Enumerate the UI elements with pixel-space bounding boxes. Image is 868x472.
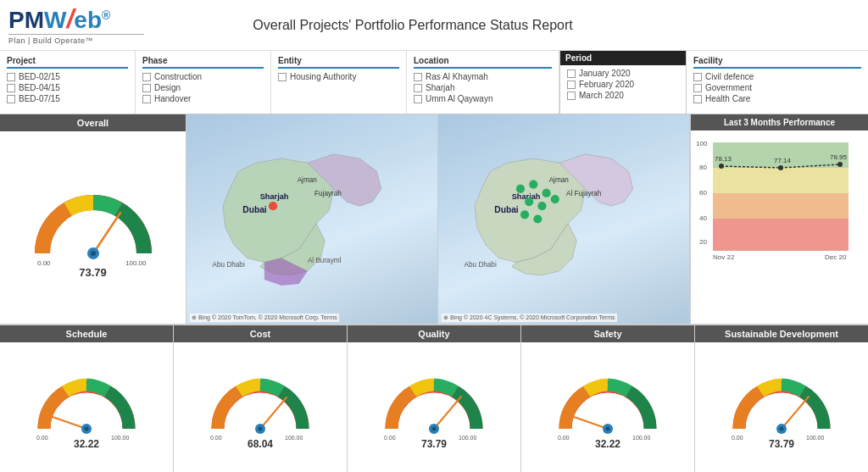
- cost-gauge: 0.00 100.00 68.04: [205, 342, 315, 472]
- facility-item-1[interactable]: Civil defence: [693, 72, 861, 81]
- entity-item-1[interactable]: Housing Authority: [278, 72, 399, 81]
- period-item-3[interactable]: March 2020: [567, 91, 679, 100]
- facility-filter-title: Facility: [693, 56, 861, 69]
- svg-text:100.00: 100.00: [111, 435, 130, 441]
- schedule-gauge: 0.00 100.00 32.22: [31, 342, 142, 472]
- overall-gauge-svg: 0.00 100.00: [25, 177, 161, 270]
- cost-value: 68.04: [248, 438, 273, 450]
- period-item-1[interactable]: January 2020: [567, 69, 679, 78]
- svg-point-57: [85, 426, 89, 430]
- cost-panel: Cost 0.00 100.00 68.04: [174, 325, 348, 472]
- phase-item-1[interactable]: Construction: [142, 72, 264, 81]
- svg-point-72: [578, 399, 637, 441]
- period-item-2[interactable]: February 2020: [567, 80, 679, 89]
- cost-gauge-svg: 0.00 100.00: [205, 365, 315, 441]
- location-item-3[interactable]: Umm Al Qaywayn: [414, 94, 552, 103]
- svg-point-65: [404, 399, 464, 441]
- svg-text:60: 60: [699, 189, 707, 197]
- facility-item-2[interactable]: Government: [693, 83, 861, 92]
- logo-text: PMW/eb®: [8, 5, 144, 32]
- svg-point-33: [533, 214, 542, 223]
- svg-point-45: [778, 165, 783, 170]
- svg-point-51: [57, 399, 116, 441]
- entity-filter: Entity Housing Authority: [271, 51, 407, 114]
- svg-text:100: 100: [696, 140, 708, 147]
- svg-text:Dec 20: Dec 20: [825, 253, 847, 261]
- sustainable-title: Sustainable Development: [695, 325, 868, 342]
- facility-filter: Facility Civil defence Government Health…: [687, 51, 868, 114]
- header: PMW/eb® Plan | Build Operate™ Overall Pr…: [0, 0, 868, 51]
- svg-text:0.00: 0.00: [384, 435, 396, 441]
- svg-point-29: [525, 197, 533, 206]
- map1-watermark: ⊕ Bing © 2020 TomTom, © 2020 Microsoft C…: [190, 314, 339, 322]
- svg-text:78.95: 78.95: [830, 153, 848, 161]
- sustainable-gauge-svg: 0.00 100.00: [726, 365, 837, 441]
- title-area: Overall Projects' Portfolio Performance …: [144, 18, 682, 33]
- svg-text:Abu Dhabi: Abu Dhabi: [213, 261, 245, 269]
- project-filter: Project BED-02/15 BED-04/15 BED-07/15: [0, 51, 136, 114]
- phase-item-3[interactable]: Handover: [142, 94, 264, 103]
- svg-text:40: 40: [699, 214, 707, 222]
- quality-value: 73.79: [421, 438, 447, 450]
- logo: PMW/eb® Plan | Build Operate™: [8, 5, 144, 45]
- svg-text:Abu Dhabi: Abu Dhabi: [465, 261, 497, 269]
- map-2: Sharjah Dubai Ajman Al Fujayrah Abu Dhab…: [438, 114, 689, 324]
- location-item-1[interactable]: Ras Al Khaymah: [414, 72, 552, 81]
- project-item-3[interactable]: BED-07/15: [7, 94, 128, 103]
- bottom-row: Schedule 0.00 100.00 32.22: [0, 324, 868, 472]
- phase-filter-title: Phase: [142, 56, 264, 69]
- svg-text:0.00: 0.00: [36, 435, 48, 441]
- svg-rect-40: [713, 168, 849, 193]
- location-filter: Location Ras Al Khaymah Sharjah Umm Al Q…: [407, 51, 559, 114]
- svg-text:100.00: 100.00: [125, 259, 147, 267]
- svg-point-58: [231, 399, 290, 441]
- svg-text:Al Burayml: Al Burayml: [308, 257, 342, 264]
- quality-gauge: 0.00 100.00 73.79: [379, 342, 489, 472]
- svg-rect-42: [713, 219, 849, 251]
- svg-point-26: [516, 185, 525, 193]
- svg-point-43: [719, 164, 724, 169]
- svg-text:Ajman: Ajman: [298, 176, 317, 184]
- svg-text:100.00: 100.00: [806, 435, 825, 441]
- svg-text:0.00: 0.00: [210, 435, 222, 441]
- svg-text:Dubai: Dubai: [494, 205, 518, 214]
- phase-item-2[interactable]: Design: [142, 83, 264, 92]
- svg-text:20: 20: [699, 238, 707, 246]
- project-item-2[interactable]: BED-04/15: [7, 83, 128, 92]
- svg-point-47: [837, 162, 843, 167]
- svg-point-32: [520, 210, 529, 219]
- page-title: Overall Projects' Portfolio Performance …: [144, 18, 682, 33]
- facility-item-3[interactable]: Health Care: [693, 94, 861, 103]
- svg-text:Fujayrah: Fujayrah: [314, 190, 342, 197]
- safety-gauge-svg: 0.00 100.00: [553, 365, 663, 441]
- chart-title: Last 3 Months Performance: [691, 114, 868, 130]
- safety-value: 32.22: [595, 438, 620, 450]
- svg-text:0.00: 0.00: [558, 435, 570, 441]
- svg-point-0: [58, 218, 129, 270]
- schedule-panel: Schedule 0.00 100.00 32.22: [0, 325, 174, 472]
- svg-text:77.14: 77.14: [774, 157, 792, 164]
- svg-text:80: 80: [699, 164, 707, 171]
- svg-point-6: [91, 251, 96, 256]
- overall-gauge-area: 0.00 100.00 73.79: [0, 131, 186, 324]
- quality-gauge-svg: 0.00 100.00: [379, 365, 489, 441]
- svg-point-79: [752, 399, 811, 441]
- overall-title: Overall: [0, 114, 186, 131]
- map2-watermark: ⊕ Bing © 2020 4C Systems, © 2020 Microso…: [442, 314, 617, 322]
- sustainable-panel: Sustainable Development 0.00 100.00 7: [695, 325, 868, 472]
- location-item-2[interactable]: Sharjah: [414, 83, 552, 92]
- phase-filter: Phase Construction Design Handover: [136, 51, 271, 114]
- svg-text:Dubai: Dubai: [242, 205, 266, 214]
- svg-text:100.00: 100.00: [285, 435, 303, 441]
- sustainable-value: 73.79: [769, 438, 794, 450]
- svg-point-71: [432, 426, 437, 430]
- svg-text:0.00: 0.00: [37, 259, 51, 267]
- schedule-value: 32.22: [74, 438, 99, 450]
- svg-text:Al Fujayrah: Al Fujayrah: [566, 190, 601, 197]
- project-item-1[interactable]: BED-02/15: [7, 72, 128, 81]
- svg-point-27: [529, 180, 537, 189]
- safety-gauge: 0.00 100.00 32.22: [553, 342, 663, 472]
- period-title: Period: [560, 51, 686, 65]
- svg-text:Ajman: Ajman: [549, 176, 569, 184]
- entity-filter-title: Entity: [278, 56, 399, 69]
